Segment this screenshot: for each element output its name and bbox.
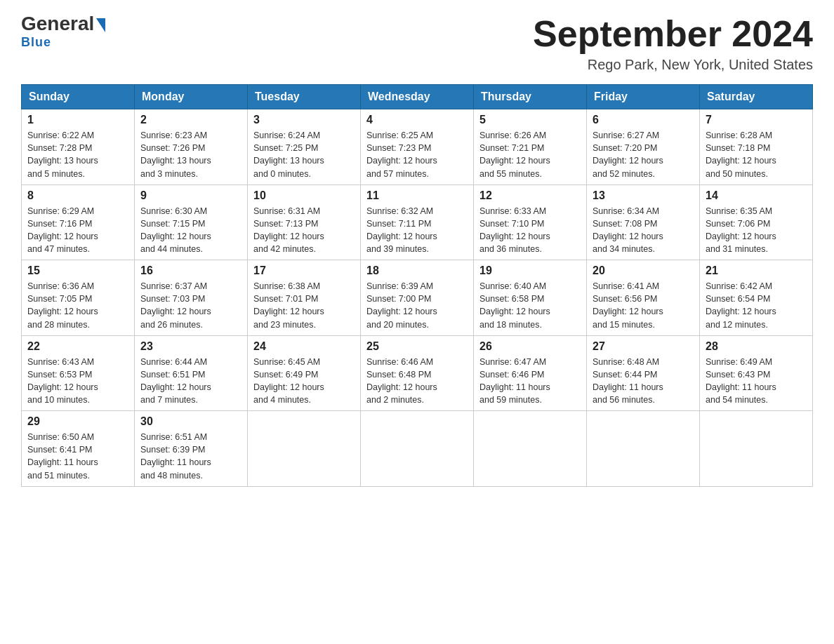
day-info: Sunrise: 6:24 AM Sunset: 7:25 PM Dayligh… (253, 129, 355, 180)
table-row: 6Sunrise: 6:27 AM Sunset: 7:20 PM Daylig… (587, 109, 700, 185)
table-row: 14Sunrise: 6:35 AM Sunset: 7:06 PM Dayli… (700, 185, 813, 260)
day-number: 15 (27, 264, 128, 277)
logo: General Blue (21, 14, 105, 50)
day-number: 4 (366, 114, 468, 126)
day-info: Sunrise: 6:40 AM Sunset: 6:58 PM Dayligh… (479, 280, 581, 331)
calendar-week-3: 15Sunrise: 6:36 AM Sunset: 7:05 PM Dayli… (22, 260, 813, 336)
calendar-header-row: Sunday Monday Tuesday Wednesday Thursday… (22, 85, 813, 109)
calendar-title-area: September 2024 Rego Park, New York, Unit… (533, 14, 813, 73)
day-info: Sunrise: 6:35 AM Sunset: 7:06 PM Dayligh… (706, 205, 807, 256)
day-number: 30 (140, 415, 241, 428)
header-monday: Monday (135, 85, 248, 109)
day-info: Sunrise: 6:29 AM Sunset: 7:16 PM Dayligh… (27, 205, 128, 256)
day-number: 16 (140, 264, 241, 277)
table-row: 26Sunrise: 6:47 AM Sunset: 6:46 PM Dayli… (474, 335, 587, 411)
day-info: Sunrise: 6:42 AM Sunset: 6:54 PM Dayligh… (706, 280, 807, 331)
day-info: Sunrise: 6:47 AM Sunset: 6:46 PM Dayligh… (479, 356, 581, 407)
day-number: 21 (706, 264, 807, 277)
day-info: Sunrise: 6:31 AM Sunset: 7:13 PM Dayligh… (253, 205, 355, 256)
table-row (248, 411, 361, 487)
table-row: 1Sunrise: 6:22 AM Sunset: 7:28 PM Daylig… (22, 109, 135, 185)
header-thursday: Thursday (474, 85, 587, 109)
day-number: 22 (27, 340, 128, 353)
page-header: General Blue September 2024 Rego Park, N… (21, 14, 813, 73)
table-row: 17Sunrise: 6:38 AM Sunset: 7:01 PM Dayli… (248, 260, 361, 336)
day-info: Sunrise: 6:23 AM Sunset: 7:26 PM Dayligh… (140, 129, 241, 180)
table-row (474, 411, 587, 487)
day-number: 3 (253, 114, 355, 126)
day-info: Sunrise: 6:38 AM Sunset: 7:01 PM Dayligh… (253, 280, 355, 331)
day-number: 24 (253, 340, 355, 353)
month-year-title: September 2024 (533, 14, 813, 54)
header-tuesday: Tuesday (248, 85, 361, 109)
day-number: 13 (593, 189, 694, 202)
header-saturday: Saturday (700, 85, 813, 109)
table-row: 23Sunrise: 6:44 AM Sunset: 6:51 PM Dayli… (135, 335, 248, 411)
table-row (361, 411, 474, 487)
table-row: 13Sunrise: 6:34 AM Sunset: 7:08 PM Dayli… (587, 185, 700, 260)
table-row: 12Sunrise: 6:33 AM Sunset: 7:10 PM Dayli… (474, 185, 587, 260)
table-row: 18Sunrise: 6:39 AM Sunset: 7:00 PM Dayli… (361, 260, 474, 336)
day-info: Sunrise: 6:41 AM Sunset: 6:56 PM Dayligh… (593, 280, 694, 331)
table-row: 21Sunrise: 6:42 AM Sunset: 6:54 PM Dayli… (700, 260, 813, 336)
day-number: 23 (140, 340, 241, 353)
day-number: 5 (479, 114, 581, 126)
day-info: Sunrise: 6:49 AM Sunset: 6:43 PM Dayligh… (706, 356, 807, 407)
table-row: 8Sunrise: 6:29 AM Sunset: 7:16 PM Daylig… (22, 185, 135, 260)
table-row (700, 411, 813, 487)
table-row: 27Sunrise: 6:48 AM Sunset: 6:44 PM Dayli… (587, 335, 700, 411)
day-info: Sunrise: 6:28 AM Sunset: 7:18 PM Dayligh… (706, 129, 807, 180)
calendar-week-5: 29Sunrise: 6:50 AM Sunset: 6:41 PM Dayli… (22, 411, 813, 487)
calendar-week-2: 8Sunrise: 6:29 AM Sunset: 7:16 PM Daylig… (22, 185, 813, 260)
day-info: Sunrise: 6:30 AM Sunset: 7:15 PM Dayligh… (140, 205, 241, 256)
logo-text: General (21, 14, 105, 34)
header-friday: Friday (587, 85, 700, 109)
day-info: Sunrise: 6:39 AM Sunset: 7:00 PM Dayligh… (366, 280, 468, 331)
day-number: 11 (366, 189, 468, 202)
day-info: Sunrise: 6:44 AM Sunset: 6:51 PM Dayligh… (140, 356, 241, 407)
day-number: 19 (479, 264, 581, 277)
table-row (587, 411, 700, 487)
day-number: 1 (27, 114, 128, 126)
day-number: 17 (253, 264, 355, 277)
day-info: Sunrise: 6:27 AM Sunset: 7:20 PM Dayligh… (593, 129, 694, 180)
calendar-table: Sunday Monday Tuesday Wednesday Thursday… (21, 84, 813, 487)
table-row: 29Sunrise: 6:50 AM Sunset: 6:41 PM Dayli… (22, 411, 135, 487)
day-info: Sunrise: 6:25 AM Sunset: 7:23 PM Dayligh… (366, 129, 468, 180)
table-row: 10Sunrise: 6:31 AM Sunset: 7:13 PM Dayli… (248, 185, 361, 260)
day-info: Sunrise: 6:45 AM Sunset: 6:49 PM Dayligh… (253, 356, 355, 407)
table-row: 19Sunrise: 6:40 AM Sunset: 6:58 PM Dayli… (474, 260, 587, 336)
table-row: 5Sunrise: 6:26 AM Sunset: 7:21 PM Daylig… (474, 109, 587, 185)
header-wednesday: Wednesday (361, 85, 474, 109)
table-row: 4Sunrise: 6:25 AM Sunset: 7:23 PM Daylig… (361, 109, 474, 185)
day-number: 26 (479, 340, 581, 353)
day-number: 18 (366, 264, 468, 277)
day-info: Sunrise: 6:26 AM Sunset: 7:21 PM Dayligh… (479, 129, 581, 180)
calendar-week-1: 1Sunrise: 6:22 AM Sunset: 7:28 PM Daylig… (22, 109, 813, 185)
header-sunday: Sunday (22, 85, 135, 109)
table-row: 15Sunrise: 6:36 AM Sunset: 7:05 PM Dayli… (22, 260, 135, 336)
table-row: 24Sunrise: 6:45 AM Sunset: 6:49 PM Dayli… (248, 335, 361, 411)
day-number: 7 (706, 114, 807, 126)
table-row: 3Sunrise: 6:24 AM Sunset: 7:25 PM Daylig… (248, 109, 361, 185)
day-number: 25 (366, 340, 468, 353)
day-info: Sunrise: 6:48 AM Sunset: 6:44 PM Dayligh… (593, 356, 694, 407)
day-info: Sunrise: 6:34 AM Sunset: 7:08 PM Dayligh… (593, 205, 694, 256)
day-info: Sunrise: 6:51 AM Sunset: 6:39 PM Dayligh… (140, 431, 241, 482)
day-info: Sunrise: 6:43 AM Sunset: 6:53 PM Dayligh… (27, 356, 128, 407)
day-number: 20 (593, 264, 694, 277)
table-row: 2Sunrise: 6:23 AM Sunset: 7:26 PM Daylig… (135, 109, 248, 185)
calendar-week-4: 22Sunrise: 6:43 AM Sunset: 6:53 PM Dayli… (22, 335, 813, 411)
day-info: Sunrise: 6:32 AM Sunset: 7:11 PM Dayligh… (366, 205, 468, 256)
day-number: 9 (140, 189, 241, 202)
table-row: 9Sunrise: 6:30 AM Sunset: 7:15 PM Daylig… (135, 185, 248, 260)
day-number: 14 (706, 189, 807, 202)
day-number: 27 (593, 340, 694, 353)
table-row: 16Sunrise: 6:37 AM Sunset: 7:03 PM Dayli… (135, 260, 248, 336)
day-number: 10 (253, 189, 355, 202)
day-info: Sunrise: 6:36 AM Sunset: 7:05 PM Dayligh… (27, 280, 128, 331)
table-row: 20Sunrise: 6:41 AM Sunset: 6:56 PM Dayli… (587, 260, 700, 336)
day-info: Sunrise: 6:50 AM Sunset: 6:41 PM Dayligh… (27, 431, 128, 482)
table-row: 22Sunrise: 6:43 AM Sunset: 6:53 PM Dayli… (22, 335, 135, 411)
location-subtitle: Rego Park, New York, United States (533, 57, 813, 73)
